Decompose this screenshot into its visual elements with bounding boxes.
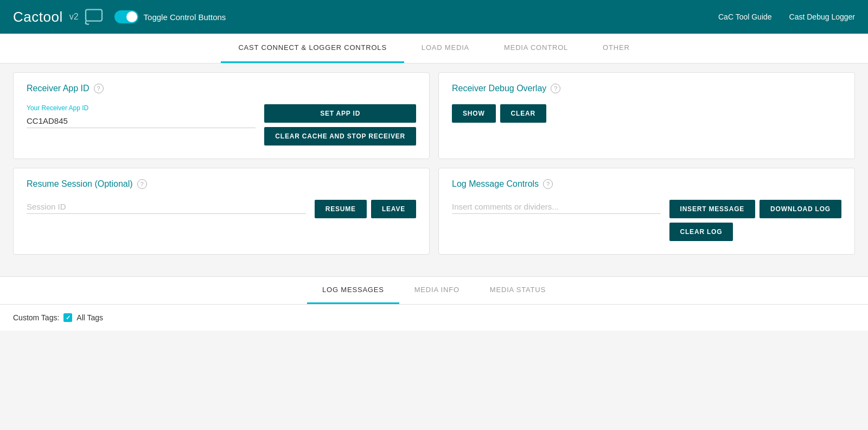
- tab-other[interactable]: OTHER: [585, 34, 647, 63]
- log-message-controls-help-icon[interactable]: ?: [543, 179, 553, 189]
- cac-tool-guide-link[interactable]: CaC Tool Guide: [718, 12, 772, 21]
- session-id-input-section: [27, 200, 306, 214]
- main-content: Receiver App ID ? Your Receiver App ID S…: [0, 64, 868, 272]
- bottom-tab-bar: LOG MESSAGES MEDIA INFO MEDIA STATUS: [0, 277, 868, 305]
- resume-button[interactable]: RESUME: [315, 200, 367, 218]
- receiver-app-id-card: Receiver App ID ? Your Receiver App ID S…: [13, 72, 430, 159]
- leave-button[interactable]: LEAVE: [371, 200, 416, 218]
- receiver-app-id-help-icon[interactable]: ?: [94, 84, 104, 93]
- resume-session-title: Resume Session (Optional) ?: [27, 179, 416, 189]
- header: Cactool v2 Toggle Control Buttons CaC To…: [0, 0, 868, 34]
- bottom-section: LOG MESSAGES MEDIA INFO MEDIA STATUS Cus…: [0, 276, 868, 331]
- receiver-app-id-input[interactable]: [27, 114, 256, 128]
- log-message-controls-card: Log Message Controls ? INSERT MESSAGE DO…: [438, 168, 855, 255]
- svg-rect-0: [86, 10, 102, 21]
- log-insert-input-section: [452, 200, 661, 214]
- clear-log-button[interactable]: CLEAR LOG: [669, 223, 733, 241]
- clear-cache-stop-receiver-button[interactable]: CLEAR CACHE AND STOP RECEIVER: [264, 127, 416, 146]
- receiver-debug-overlay-title: Receiver Debug Overlay ?: [452, 84, 841, 93]
- logo-version: v2: [69, 12, 79, 22]
- receiver-app-id-input-section: Your Receiver App ID: [27, 104, 256, 128]
- clear-debug-overlay-button[interactable]: CLEAR: [500, 104, 546, 123]
- tab-bar: CAST CONNECT & LOGGER CONTROLS LOAD MEDI…: [0, 34, 868, 64]
- session-id-input[interactable]: [27, 200, 306, 214]
- logo: Cactool v2: [13, 7, 104, 27]
- cast-debug-logger-link[interactable]: Cast Debug Logger: [789, 12, 855, 21]
- toggle-label: Toggle Control Buttons: [144, 12, 226, 22]
- cast-icon: [84, 7, 104, 27]
- set-app-id-button[interactable]: SET APP ID: [264, 104, 416, 123]
- bottom-tab-media-status[interactable]: MEDIA STATUS: [475, 277, 561, 304]
- tab-cast-connect[interactable]: CAST CONNECT & LOGGER CONTROLS: [221, 34, 404, 63]
- header-nav: CaC Tool Guide Cast Debug Logger: [718, 12, 855, 21]
- all-tags-checkbox[interactable]: [63, 313, 72, 322]
- log-insert-input[interactable]: [452, 200, 661, 214]
- receiver-app-id-body: Your Receiver App ID SET APP ID CLEAR CA…: [27, 104, 416, 146]
- all-tags-label: All Tags: [76, 313, 103, 322]
- logo-text: Cactool: [13, 9, 63, 26]
- custom-tags-label: Custom Tags:: [13, 313, 59, 322]
- debug-overlay-buttons: SHOW CLEAR: [452, 104, 841, 123]
- tab-load-media[interactable]: LOAD MEDIA: [404, 34, 487, 63]
- receiver-debug-overlay-help-icon[interactable]: ?: [551, 84, 560, 93]
- receiver-app-id-label: Your Receiver App ID: [27, 104, 256, 112]
- resume-session-buttons: RESUME LEAVE: [315, 200, 416, 218]
- cards-grid: Receiver App ID ? Your Receiver App ID S…: [13, 72, 855, 255]
- download-log-button[interactable]: DOWNLOAD LOG: [760, 200, 841, 218]
- log-top-buttons: INSERT MESSAGE DOWNLOAD LOG: [669, 200, 841, 218]
- bottom-tab-log-messages[interactable]: LOG MESSAGES: [307, 277, 399, 304]
- bottom-content: Custom Tags: All Tags: [0, 305, 868, 331]
- insert-message-button[interactable]: INSERT MESSAGE: [669, 200, 756, 218]
- resume-session-help-icon[interactable]: ?: [137, 179, 147, 189]
- bottom-tab-media-info[interactable]: MEDIA INFO: [399, 277, 475, 304]
- log-message-controls-body: INSERT MESSAGE DOWNLOAD LOG CLEAR LOG: [452, 200, 841, 241]
- log-message-controls-title: Log Message Controls ?: [452, 179, 841, 189]
- resume-session-body: RESUME LEAVE: [27, 200, 416, 218]
- svg-point-1: [85, 23, 86, 24]
- resume-session-card: Resume Session (Optional) ? RESUME LEAVE: [13, 168, 430, 255]
- receiver-debug-overlay-card: Receiver Debug Overlay ? SHOW CLEAR: [438, 72, 855, 159]
- tab-media-control[interactable]: MEDIA CONTROL: [487, 34, 585, 63]
- receiver-app-id-title: Receiver App ID ?: [27, 84, 416, 93]
- receiver-app-id-buttons: SET APP ID CLEAR CACHE AND STOP RECEIVER: [264, 104, 416, 146]
- show-debug-overlay-button[interactable]: SHOW: [452, 104, 496, 123]
- toggle-section: Toggle Control Buttons: [114, 10, 226, 23]
- toggle-control-buttons[interactable]: [114, 10, 138, 23]
- custom-tags-section: Custom Tags: All Tags: [13, 313, 855, 322]
- log-control-buttons: INSERT MESSAGE DOWNLOAD LOG CLEAR LOG: [669, 200, 841, 241]
